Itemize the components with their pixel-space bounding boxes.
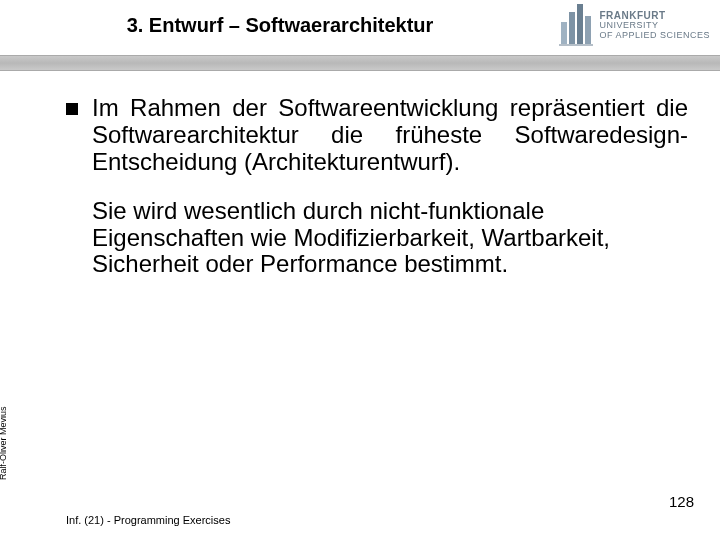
university-logo: FRANKFURT UNIVERSITY OF APPLIED SCIENCES — [559, 4, 710, 46]
bullet-item: Im Rahmen der Softwareentwicklung repräs… — [66, 95, 688, 176]
page-number: 128 — [669, 493, 694, 510]
logo-line1: FRANKFURT — [599, 10, 710, 21]
svg-rect-0 — [561, 22, 567, 44]
paragraph-1: Im Rahmen der Softwareentwicklung repräs… — [92, 95, 688, 176]
header-divider-bar — [0, 55, 720, 71]
slide-header: 3. Entwurf – Softwaerarchitektur FRANKFU… — [0, 0, 720, 68]
slide-footer: Inf. (21) - Programming Exercises — [66, 514, 230, 526]
paragraph-2-wrap: Sie wird wesentlich durch nicht-funktion… — [66, 198, 688, 279]
bullet-square-icon — [66, 103, 78, 115]
logo-bars-icon — [559, 4, 593, 46]
paragraph-2: Sie wird wesentlich durch nicht-funktion… — [92, 198, 688, 279]
slide-content: Im Rahmen der Softwareentwicklung repräs… — [66, 95, 688, 278]
logo-line3: OF APPLIED SCIENCES — [599, 31, 710, 41]
svg-rect-1 — [569, 12, 575, 44]
svg-rect-3 — [585, 16, 591, 44]
author-sidelabel: Ralf-Oliver Mevius — [0, 406, 8, 480]
logo-text: FRANKFURT UNIVERSITY OF APPLIED SCIENCES — [599, 10, 710, 41]
svg-rect-2 — [577, 4, 583, 44]
